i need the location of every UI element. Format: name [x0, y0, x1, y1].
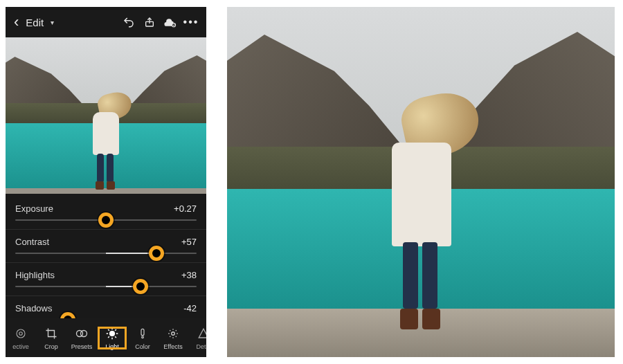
back-icon[interactable]: ‹: [14, 13, 19, 31]
tool-label: Color: [135, 343, 150, 350]
color-icon: [135, 326, 150, 341]
slider-handle[interactable]: [133, 279, 148, 294]
tool-label: Effects: [163, 343, 182, 350]
editor-app: ‹ Edit ▾ •••: [6, 7, 206, 357]
slider-value: -42: [183, 303, 197, 313]
more-icon[interactable]: •••: [184, 15, 198, 29]
svg-point-6: [110, 331, 115, 336]
undo-icon[interactable]: [122, 15, 136, 29]
slider-value: +38: [181, 270, 197, 280]
tool-color[interactable]: Color: [127, 326, 158, 350]
selective-icon: [13, 326, 28, 341]
light-sliders-panel: Exposure +0.27 Contrast +57 Highlights: [6, 194, 206, 331]
svg-line-13: [108, 336, 109, 338]
svg-line-14: [115, 329, 116, 331]
photo-content: [6, 37, 206, 194]
top-bar: ‹ Edit ▾ •••: [6, 7, 206, 37]
svg-marker-18: [199, 329, 206, 338]
slider-value: +57: [181, 237, 197, 247]
slider-handle[interactable]: [149, 246, 164, 261]
svg-rect-15: [141, 329, 144, 335]
detail-icon: [196, 326, 206, 341]
tool-presets[interactable]: Presets: [66, 326, 97, 350]
svg-line-12: [115, 336, 116, 338]
contrast-slider: Contrast +57: [6, 230, 206, 262]
tool-light[interactable]: Light: [97, 326, 127, 350]
slider-track[interactable]: [15, 253, 197, 254]
bottom-toolbar: ective Crop Presets Light Color: [6, 318, 206, 357]
tool-crop[interactable]: Crop: [36, 326, 66, 350]
svg-point-1: [172, 24, 176, 27]
light-icon: [105, 326, 120, 341]
slider-value: +0.27: [174, 203, 197, 214]
share-icon[interactable]: [143, 15, 156, 29]
title-chevron-icon[interactable]: ▾: [51, 19, 54, 26]
slider-label: Exposure: [15, 203, 53, 214]
effects-icon: [165, 326, 181, 341]
exposure-slider: Exposure +0.27: [6, 197, 206, 229]
cloud-sync-icon[interactable]: [163, 15, 177, 29]
tool-label: ective: [12, 343, 29, 350]
crop-icon: [44, 326, 59, 341]
photo-content: [227, 7, 615, 357]
slider-handle[interactable]: [98, 212, 114, 228]
tool-effects[interactable]: Effects: [158, 326, 188, 350]
image-preview[interactable]: [6, 37, 206, 194]
tool-selective[interactable]: ective: [6, 326, 36, 350]
slider-label: Highlights: [15, 270, 55, 280]
tool-label: Crop: [44, 343, 58, 350]
svg-point-16: [142, 336, 144, 338]
tool-detail[interactable]: Detai: [188, 326, 206, 350]
tool-label: Light: [105, 343, 119, 350]
slider-label: Contrast: [15, 237, 49, 247]
highlights-slider: Highlights +38: [6, 263, 206, 295]
slider-track[interactable]: [15, 219, 197, 221]
svg-line-11: [108, 329, 109, 331]
screen-title: Edit: [26, 17, 44, 28]
reference-photo: [227, 7, 615, 357]
tool-label: Presets: [71, 343, 93, 350]
slider-label: Shadows: [15, 303, 52, 313]
slider-track[interactable]: [15, 286, 197, 287]
tool-label: Detai: [196, 343, 206, 350]
svg-point-3: [19, 331, 23, 335]
presets-icon: [74, 326, 89, 341]
svg-point-17: [172, 331, 175, 335]
svg-point-5: [81, 330, 87, 336]
svg-point-2: [17, 329, 25, 338]
